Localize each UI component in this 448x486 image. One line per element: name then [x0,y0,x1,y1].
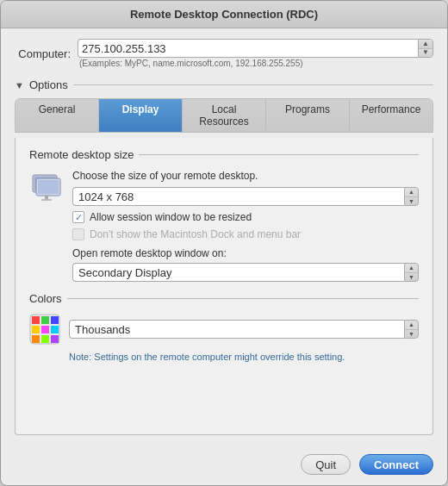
disclosure-triangle-icon[interactable]: ▼ [15,80,24,90]
svg-rect-13 [32,335,40,343]
colors-header: Colors [29,292,419,305]
monitor-icon [29,171,64,202]
quit-button[interactable]: Quit [301,454,351,475]
tab-content-display: Remote desktop size [15,138,433,435]
open-on-section: Open remote desktop window on: Secondary… [72,247,419,282]
remote-desktop-size-divider [139,154,419,155]
tab-display[interactable]: Display [99,99,183,132]
computer-hint: (Examples: MyPC, name.microsoft.com, 192… [78,59,433,68]
svg-rect-10 [32,326,40,333]
colors-note-wrap: Note: Settings on the remote computer mi… [69,350,419,364]
size-controls: Choose the size of your remote desktop. … [72,170,419,240]
colors-dropdown-arrow: ▲ ▼ [404,320,419,339]
resolution-dropdown-wrap: 1024 x 768 ▲ ▼ [72,187,419,206]
computer-row: Computer: ▲ ▼ (Examples: MyPC, name.micr… [15,39,433,68]
tab-performance[interactable]: Performance [350,99,432,132]
open-on-arrow-down[interactable]: ▼ [405,273,418,282]
tabs-row: General Display Local Resources Programs… [15,98,433,133]
colors-label: Colors [29,292,62,305]
open-on-arrow-up[interactable]: ▲ [405,264,418,273]
dock-checkbox[interactable] [72,228,84,240]
open-on-dropdown[interactable]: Secondary Display [72,263,404,282]
options-divider [73,84,433,85]
computer-stepper: ▲ ▼ [418,39,433,58]
allow-resize-label: Allow session window to be resized [90,211,252,223]
colors-note: Note: Settings on the remote computer mi… [69,352,345,362]
open-on-dropdown-wrap: Secondary Display ▲ ▼ [72,263,419,282]
options-label: Options [29,78,68,91]
colors-dropdown-wrap: Thousands ▲ ▼ [69,320,419,339]
colors-controls: Thousands ▲ ▼ [69,320,419,339]
allow-resize-checkbox[interactable] [72,211,84,223]
open-on-label: Open remote desktop window on: [72,247,419,259]
main-window: Remote Desktop Connection (RDC) Computer… [0,0,448,486]
remote-desktop-size-label: Remote desktop size [29,148,134,161]
options-section: ▼ Options [15,78,433,91]
stepper-up-button[interactable]: ▲ [419,40,432,49]
svg-rect-12 [51,326,59,333]
svg-rect-4 [45,196,48,199]
resolution-dropdown[interactable]: 1024 x 768 [72,187,404,206]
svg-rect-14 [41,335,49,343]
remote-desktop-size-section: Remote desktop size [29,148,419,282]
svg-rect-15 [51,335,59,343]
remote-desktop-size-header: Remote desktop size [29,148,419,161]
dock-row: Don't show the Macintosh Dock and menu b… [72,228,419,240]
svg-rect-9 [51,316,59,324]
size-row: Choose the size of your remote desktop. … [29,170,419,240]
svg-rect-11 [41,326,49,333]
svg-rect-8 [41,316,49,324]
colors-section: Colors [29,292,419,364]
allow-resize-row: Allow session window to be resized [72,211,419,223]
resolution-arrow-up[interactable]: ▲ [405,188,418,197]
colors-divider [67,298,419,299]
window-body: Computer: ▲ ▼ (Examples: MyPC, name.micr… [1,28,447,446]
tab-general[interactable]: General [16,99,99,132]
computer-input-field: ▲ ▼ [78,39,433,58]
choose-size-text: Choose the size of your remote desktop. [72,170,419,182]
colors-icon [29,314,60,345]
svg-rect-5 [41,199,52,201]
computer-input[interactable] [78,39,418,58]
title-bar: Remote Desktop Connection (RDC) [1,1,447,28]
colors-arrow-down[interactable]: ▼ [405,330,418,339]
resolution-dropdown-arrow: ▲ ▼ [404,187,419,206]
dock-label: Don't show the Macintosh Dock and menu b… [90,228,301,240]
window-title: Remote Desktop Connection (RDC) [130,8,318,21]
svg-rect-3 [38,180,59,194]
tab-programs[interactable]: Programs [266,99,350,132]
colors-dropdown[interactable]: Thousands [69,320,404,339]
colors-row: Thousands ▲ ▼ [29,314,419,345]
connect-button[interactable]: Connect [359,454,433,475]
computer-label: Computer: [15,47,71,60]
resolution-arrow-down[interactable]: ▼ [405,197,418,206]
colors-arrow-up[interactable]: ▲ [405,321,418,330]
computer-input-wrap: ▲ ▼ (Examples: MyPC, name.microsoft.com,… [78,39,433,68]
footer: Quit Connect [1,446,447,485]
svg-rect-7 [32,316,40,324]
open-on-dropdown-arrow: ▲ ▼ [404,263,419,282]
tab-local-resources[interactable]: Local Resources [183,99,266,132]
stepper-down-button[interactable]: ▼ [419,49,432,58]
